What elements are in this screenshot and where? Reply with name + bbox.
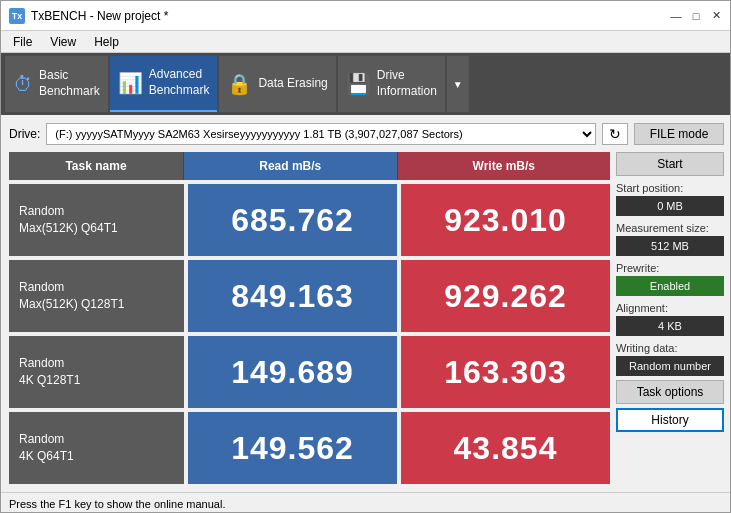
col-header-task: Task name: [9, 152, 184, 180]
start-position-value: 0 MB: [616, 196, 724, 216]
task-options-button[interactable]: Task options: [616, 380, 724, 404]
menu-bar: File View Help: [1, 31, 731, 53]
app-icon-label: Tx: [12, 11, 23, 21]
file-mode-button[interactable]: FILE mode: [634, 123, 724, 145]
basic-benchmark-label: BasicBenchmark: [39, 68, 100, 99]
toolbar-basic-benchmark[interactable]: ⏱ BasicBenchmark: [5, 56, 108, 112]
right-panel: Start Start position: 0 MB Measurement s…: [616, 152, 724, 484]
table-header: Task name Read mB/s Write mB/s: [9, 152, 610, 180]
menu-file[interactable]: File: [5, 33, 40, 51]
basic-benchmark-icon: ⏱: [13, 73, 33, 96]
drive-refresh-button[interactable]: ↻: [602, 123, 628, 145]
drive-select[interactable]: (F:) yyyyySATMyyyy SA2M63 Xesirseyyyyyyy…: [46, 123, 596, 145]
drive-information-icon: 💾: [346, 72, 371, 96]
row3-task: Random4K Q128T1: [9, 336, 184, 408]
row3-write: 163.303: [401, 336, 610, 408]
col-header-read: Read mB/s: [184, 152, 398, 180]
measurement-size-group: Measurement size: 512 MB: [616, 220, 724, 256]
alignment-group: Alignment: 4 KB: [616, 300, 724, 336]
status-text: Press the F1 key to show the online manu…: [9, 498, 225, 510]
drive-row: Drive: (F:) yyyyySATMyyyy SA2M63 Xesirse…: [9, 121, 724, 147]
menu-view[interactable]: View: [42, 33, 84, 51]
measurement-size-value: 512 MB: [616, 236, 724, 256]
close-button[interactable]: ✕: [708, 8, 724, 24]
drive-label: Drive:: [9, 127, 40, 141]
toolbar-data-erasing[interactable]: 🔒 Data Erasing: [219, 56, 335, 112]
col-header-write: Write mB/s: [398, 152, 611, 180]
prewrite-group: Prewrite: Enabled: [616, 260, 724, 296]
main-layout: Task name Read mB/s Write mB/s RandomMax…: [9, 152, 724, 484]
row2-write: 929.262: [401, 260, 610, 332]
start-position-group: Start position: 0 MB: [616, 180, 724, 216]
maximize-button[interactable]: □: [688, 8, 704, 24]
row2-task: RandomMax(512K) Q128T1: [9, 260, 184, 332]
window-title: TxBENCH - New project *: [31, 9, 168, 23]
title-bar: Tx TxBENCH - New project * — □ ✕: [1, 1, 731, 31]
alignment-value: 4 KB: [616, 316, 724, 336]
row2-read: 849.163: [188, 260, 397, 332]
start-button[interactable]: Start: [616, 152, 724, 176]
advanced-benchmark-icon: 📊: [118, 71, 143, 95]
table-row: Random4K Q128T1 149.689 163.303: [9, 336, 610, 408]
status-bar: Press the F1 key to show the online manu…: [1, 492, 731, 513]
toolbar-drive-information[interactable]: 💾 DriveInformation: [338, 56, 445, 112]
row1-write: 923.010: [401, 184, 610, 256]
application-window: Tx TxBENCH - New project * — □ ✕ File Vi…: [1, 1, 731, 513]
alignment-label: Alignment:: [616, 302, 724, 314]
writing-data-group: Writing data: Random number: [616, 340, 724, 376]
row4-task: Random4K Q64T1: [9, 412, 184, 484]
table-row: Random4K Q64T1 149.562 43.854: [9, 412, 610, 484]
data-erasing-label: Data Erasing: [258, 76, 327, 92]
table-row: RandomMax(512K) Q128T1 849.163 929.262: [9, 260, 610, 332]
content-area: Drive: (F:) yyyyySATMyyyy SA2M63 Xesirse…: [1, 115, 731, 490]
writing-data-label: Writing data:: [616, 342, 724, 354]
row4-write: 43.854: [401, 412, 610, 484]
start-position-label: Start position:: [616, 182, 724, 194]
drive-information-label: DriveInformation: [377, 68, 437, 99]
menu-help[interactable]: Help: [86, 33, 127, 51]
row1-task: RandomMax(512K) Q64T1: [9, 184, 184, 256]
measurement-size-label: Measurement size:: [616, 222, 724, 234]
title-bar-left: Tx TxBENCH - New project *: [9, 8, 168, 24]
row1-read: 685.762: [188, 184, 397, 256]
data-erasing-icon: 🔒: [227, 72, 252, 96]
app-icon: Tx: [9, 8, 25, 24]
prewrite-value: Enabled: [616, 276, 724, 296]
toolbar-dropdown-button[interactable]: ▼: [447, 56, 469, 112]
prewrite-label: Prewrite:: [616, 262, 724, 274]
minimize-button[interactable]: —: [668, 8, 684, 24]
refresh-icon: ↻: [609, 126, 621, 142]
writing-data-value: Random number: [616, 356, 724, 376]
table-row: RandomMax(512K) Q64T1 685.762 923.010: [9, 184, 610, 256]
toolbar: ⏱ BasicBenchmark 📊 AdvancedBenchmark 🔒 D…: [1, 53, 731, 115]
toolbar-advanced-benchmark[interactable]: 📊 AdvancedBenchmark: [110, 56, 218, 112]
advanced-benchmark-label: AdvancedBenchmark: [149, 67, 210, 98]
row4-read: 149.562: [188, 412, 397, 484]
history-button[interactable]: History: [616, 408, 724, 432]
row3-read: 149.689: [188, 336, 397, 408]
benchmark-table: Task name Read mB/s Write mB/s RandomMax…: [9, 152, 610, 484]
window-controls: — □ ✕: [668, 8, 724, 24]
